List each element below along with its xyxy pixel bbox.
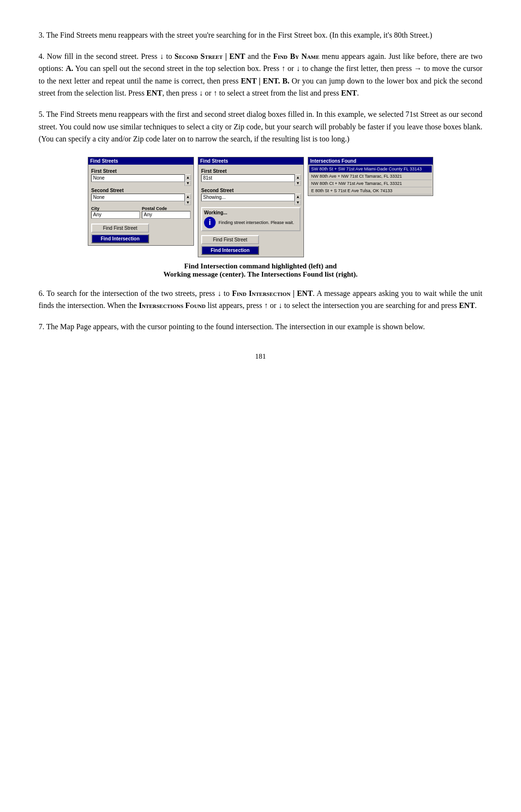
ent-ent: ENT | ENT. (241, 77, 280, 85)
paragraph-5: 5. The Find Streets menu reappears with … (39, 108, 482, 145)
caption-area: Find Intersection command highlighted (l… (39, 262, 482, 279)
working-message-text: Finding street intersection. Please wait… (219, 220, 294, 225)
paragraph-4: 4. Now fill in the second street. Press … (39, 50, 482, 99)
intersections-found: Intersections Found (139, 301, 206, 309)
find-intersection-ent: Find Intersection | ENT (232, 289, 313, 297)
center-dialog-buttons: Find First Street Find Intersection (198, 233, 303, 257)
center-scroll-up-1: ▲ (295, 174, 301, 180)
option-a: A. (66, 64, 73, 72)
page-content: 3. The Find Streets menu reappears with … (39, 29, 482, 361)
center-scrollbar-1: ▲ ▼ (295, 174, 301, 186)
working-message-box: Working... i Finding street intersection… (201, 207, 301, 231)
left-find-first-street-btn[interactable]: Find First Street (91, 224, 149, 233)
left-second-street-field: None (91, 194, 185, 201)
ent-p6: ENT (459, 301, 475, 309)
center-first-street-field: 81st (201, 174, 295, 182)
center-scroll-down-2: ▼ (295, 199, 301, 205)
left-second-street-label: Second Street (91, 188, 191, 193)
scroll-down-2: ▼ (185, 199, 191, 205)
intersection-item-2[interactable]: NW 80th Ct + NW 71st Ave Tamarac, FL 333… (309, 180, 432, 187)
ent-1: ENT (147, 89, 163, 97)
center-scroll-down-1: ▼ (295, 180, 301, 186)
screenshots-row: Find Streets First Street None ▲ ▼ Secon… (39, 157, 482, 257)
center-first-street-label: First Street (201, 168, 301, 174)
left-first-street-field: None (91, 174, 185, 182)
center-second-street-field: Showing... (201, 194, 295, 201)
center-find-first-street-btn[interactable]: Find First Street (201, 235, 259, 244)
center-find-intersection-btn[interactable]: Find Intersection (201, 246, 259, 255)
left-find-intersection-btn[interactable]: Find Intersection (91, 234, 149, 243)
option-b: B. (282, 77, 289, 85)
caption-line2: Working message (center). The Intersecti… (39, 270, 482, 279)
left-scrollbar-1: ▲ ▼ (185, 174, 191, 186)
left-city-field: Any (91, 211, 140, 219)
intersection-item-3[interactable]: E 80th St + S 71st E Ave Tulsa, OK 74133 (309, 187, 432, 195)
find-by-name: Find By Name (273, 52, 319, 60)
right-dialog-title: Intersections Found (308, 157, 433, 165)
scroll-up-1: ▲ (185, 174, 191, 180)
paragraph-3: 3. The Find Streets menu reappears with … (39, 29, 482, 42)
left-postal-field: Any (142, 211, 191, 219)
center-dialog: Find Streets First Street 81st ▲ ▼ Secon… (198, 157, 304, 257)
left-city-label: City (91, 206, 140, 211)
working-label: Working... (204, 210, 298, 215)
center-second-street-label: Second Street (201, 188, 301, 193)
center-scroll-up-2: ▲ (295, 194, 301, 199)
intersection-item-1[interactable]: NW 80th Ave + NW 71st Ct Tamarac, FL 333… (309, 173, 432, 180)
left-first-street-label: First Street (91, 168, 191, 174)
right-dialog: Intersections Found SW 80th St + SW 71st… (308, 157, 433, 196)
ent-2: ENT (341, 89, 357, 97)
left-dialog-buttons: Find First Street Find Intersection (88, 222, 193, 245)
page-number: 181 (39, 352, 482, 361)
info-icon: i (204, 217, 216, 228)
left-dialog-title: Find Streets (88, 157, 193, 165)
left-dialog: Find Streets First Street None ▲ ▼ Secon… (88, 157, 194, 246)
center-scrollbar-2: ▲ ▼ (295, 194, 301, 205)
center-dialog-title: Find Streets (198, 157, 303, 165)
caption-line1: Find Intersection command highlighted (l… (39, 262, 482, 270)
left-postal-label: Postal Code (142, 206, 191, 211)
scroll-down-1: ▼ (185, 180, 191, 186)
paragraph-6: 6. To search for the intersection of the… (39, 287, 482, 312)
intersections-list: SW 80th St + SW 71st Ave Miami-Dade Coun… (308, 165, 433, 196)
scroll-up-2: ▲ (185, 194, 191, 199)
second-street-ent: Second Street | ENT (175, 52, 245, 60)
intersection-item-0[interactable]: SW 80th St + SW 71st Ave Miami-Dade Coun… (309, 166, 432, 173)
paragraph-7: 7. The Map Page appears, with the cursor… (39, 321, 482, 333)
left-scrollbar-2: ▲ ▼ (185, 194, 191, 205)
